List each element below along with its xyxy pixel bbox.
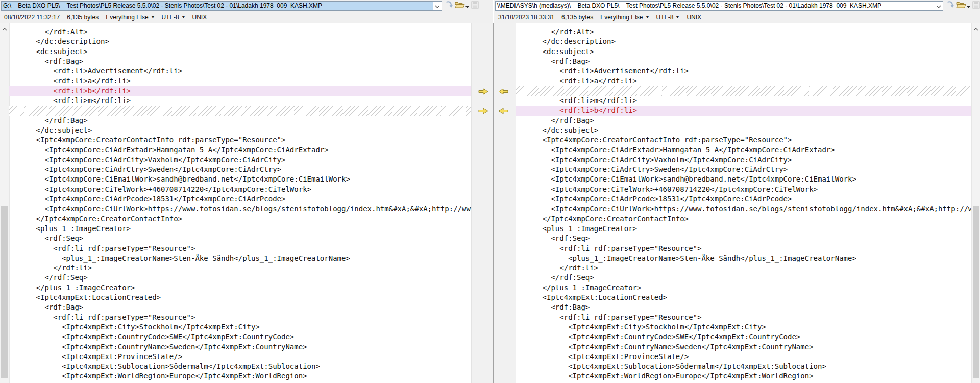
code-line[interactable]: <rdf:Bag>	[9, 57, 472, 66]
code-line[interactable]: </dc:description>	[9, 37, 472, 46]
code-line[interactable]: </rdf:Seq>	[516, 273, 972, 283]
encoding-dropdown[interactable]: UTF-8 ▼	[162, 14, 185, 21]
save-file-button[interactable]	[972, 1, 980, 10]
code-line[interactable]: <Iptc4xmpExt:Sublocation>Södermalm</Iptc…	[516, 362, 972, 371]
code-line[interactable]: <Iptc4xmpCore:CiAdrCity>Vaxholm</Iptc4xm…	[9, 155, 472, 165]
code-line[interactable]: <Iptc4xmpCore:CiUrlWork>https://www.foto…	[9, 204, 472, 214]
format-dropdown[interactable]: Everything Else ▼	[600, 14, 649, 21]
code-line[interactable]: <Iptc4xmpCore:CiAdrExtadr>Hamngatan 5 A<…	[516, 145, 972, 155]
code-line[interactable]: <Iptc4xmpExt:LocationCreated>	[9, 293, 472, 302]
code-line[interactable]: <plus_1_:ImageCreator>	[516, 224, 972, 234]
right-file-path[interactable]: \\MEDIASYS\h (mediasys)\__Beta DXO PL5\_…	[496, 2, 934, 10]
encoding-dropdown[interactable]: UTF-8 ▼	[656, 14, 679, 21]
code-line[interactable]: <rdf:li rdf:parseType="Resource">	[9, 244, 472, 253]
right-scrollbar[interactable]	[971, 23, 980, 383]
scrollbar-thumb[interactable]	[973, 206, 979, 378]
code-line[interactable]: <rdf:li>Advertisement</rdf:li>	[516, 66, 972, 76]
code-line[interactable]: </rdf:Alt>	[9, 27, 472, 37]
save-file-button[interactable]	[471, 1, 479, 10]
code-line[interactable]: </dc:subject>	[9, 125, 472, 135]
scroll-up-button[interactable]	[0, 23, 9, 32]
code-line[interactable]: <Iptc4xmpCore:CiAdrExtadr>Hamngatan 5 A<…	[9, 145, 472, 155]
code-line[interactable]: <Iptc4xmpCore:CiEmailWork>sandh@bredband…	[516, 174, 972, 184]
code-line[interactable]: <rdf:li>b</rdf:li>	[9, 86, 472, 96]
line-ending-dropdown[interactable]: UNIX	[192, 14, 207, 21]
code-line[interactable]: <Iptc4xmpExt:ProvinceState/>	[9, 352, 472, 362]
copy-to-right-button[interactable]	[478, 88, 488, 94]
merge-gutter-right	[494, 23, 516, 383]
code-line[interactable]: </rdf:Alt>	[516, 27, 972, 37]
right-path-dropdown-button[interactable]	[934, 2, 943, 10]
open-file-button[interactable]	[455, 1, 469, 10]
left-path-combobox[interactable]: G:\__Beta DXO PL5\__Test Photos\PL5 Rele…	[1, 1, 442, 11]
code-line[interactable]: <plus_1_:ImageCreator>	[9, 224, 472, 234]
left-scrollbar[interactable]	[0, 23, 10, 383]
code-line[interactable]: <Iptc4xmpExt:CountryName>Sweden</Iptc4xm…	[516, 342, 972, 352]
code-line[interactable]: <Iptc4xmpCore:CiTelWork>+460708714220</I…	[516, 185, 972, 194]
code-line[interactable]: <Iptc4xmpCore:CiTelWork>+460708714220</I…	[9, 185, 472, 194]
code-line[interactable]: <Iptc4xmpExt:ProvinceState/>	[516, 352, 972, 362]
code-line[interactable]: </rdf:Seq>	[9, 273, 472, 283]
code-line[interactable]: <dc:subject>	[516, 47, 972, 57]
format-dropdown[interactable]: Everything Else ▼	[106, 14, 154, 21]
code-line[interactable]: <Iptc4xmpExt:CountryCode>SWE</Iptc4xmpEx…	[516, 332, 972, 342]
open-file-button[interactable]	[956, 1, 970, 10]
code-line[interactable]: </dc:description>	[516, 37, 972, 46]
code-line[interactable]: <rdf:li>Advertisement</rdf:li>	[9, 66, 472, 76]
code-line[interactable]: <Iptc4xmpCore:CiAdrPcode>18531</Iptc4xmp…	[516, 194, 972, 204]
right-path-combobox[interactable]: \\MEDIASYS\h (mediasys)\__Beta DXO PL5\_…	[495, 1, 943, 11]
pane-splitter[interactable]	[493, 23, 494, 383]
code-line[interactable]: <Iptc4xmpExt:CountryName>Sweden</Iptc4xm…	[9, 342, 472, 352]
left-path-dropdown-button[interactable]	[433, 2, 442, 10]
scrollbar-thumb[interactable]	[1, 206, 8, 378]
code-line[interactable]: </rdf:Bag>	[9, 116, 472, 125]
code-line[interactable]: <rdf:Bag>	[516, 57, 972, 66]
line-ending-dropdown[interactable]: UNIX	[687, 14, 701, 21]
code-line[interactable]: </plus_1_:ImageCreator>	[9, 283, 472, 293]
code-line[interactable]: </rdf:li>	[516, 263, 972, 273]
code-line[interactable]: <Iptc4xmpCore:CiAdrPcode>18531</Iptc4xmp…	[9, 194, 472, 204]
code-line[interactable]: <rdf:Bag>	[516, 302, 972, 312]
code-line[interactable]: </Iptc4xmpCore:CreatorContactInfo>	[9, 214, 472, 224]
code-line[interactable]: <Iptc4xmpCore:CreatorContactInfo rdf:par…	[516, 135, 972, 145]
code-line[interactable]: <Iptc4xmpExt:WorldRegion>Europe</Iptc4xm…	[9, 371, 472, 381]
code-line[interactable]: <rdf:li rdf:parseType="Resource">	[516, 244, 972, 253]
code-line[interactable]: <Iptc4xmpCore:CreatorContactInfo rdf:par…	[9, 135, 472, 145]
code-line[interactable]: <Iptc4xmpCore:CiUrlWork>https://www.foto…	[516, 204, 972, 214]
code-line[interactable]: </Iptc4xmpCore:CreatorContactInfo>	[516, 214, 972, 224]
code-line[interactable]: <dc:subject>	[9, 47, 472, 57]
code-line[interactable]: <Iptc4xmpExt:CountryCode>SWE</Iptc4xmpEx…	[9, 332, 472, 342]
code-line[interactable]: <rdf:li>m</rdf:li>	[516, 96, 972, 106]
code-line[interactable]: </dc:subject>	[516, 125, 972, 135]
code-line[interactable]: <Iptc4xmpExt:City>Stockholm</Iptc4xmpExt…	[9, 322, 472, 332]
code-line[interactable]: <rdf:Seq>	[516, 234, 972, 243]
code-line[interactable]: <rdf:li rdf:parseType="Resource">	[516, 313, 972, 322]
code-line[interactable]: <rdf:li rdf:parseType="Resource">	[9, 313, 472, 322]
code-line[interactable]: </rdf:li>	[9, 263, 472, 273]
code-line[interactable]: <Iptc4xmpCore:CiAdrCity>Vaxholm</Iptc4xm…	[516, 155, 972, 165]
code-line[interactable]: <Iptc4xmpCore:CiAdrCtry>Sweden</Iptc4xmp…	[516, 165, 972, 174]
copy-to-right-button[interactable]	[478, 107, 488, 114]
code-line[interactable]: <Iptc4xmpCore:CiAdrCtry>Sweden</Iptc4xmp…	[9, 165, 472, 174]
code-line[interactable]: <rdf:li>a</rdf:li>	[516, 76, 972, 86]
code-line[interactable]: <rdf:li>b</rdf:li>	[516, 106, 972, 115]
code-line[interactable]: <rdf:li>m</rdf:li>	[9, 96, 472, 106]
code-line[interactable]: <Iptc4xmpExt:Sublocation>Södermalm</Iptc…	[9, 362, 472, 371]
copy-to-left-button[interactable]	[498, 88, 508, 94]
code-line[interactable]: <plus_1_:ImageCreatorName>Sten-Åke Sändh…	[516, 253, 972, 263]
code-line[interactable]: <Iptc4xmpExt:City>Stockholm</Iptc4xmpExt…	[516, 322, 972, 332]
scroll-up-button[interactable]	[972, 23, 980, 32]
code-line[interactable]: <rdf:Seq>	[9, 234, 472, 243]
swap-sides-button[interactable]	[445, 1, 453, 10]
code-line[interactable]: </plus_1_:ImageCreator>	[516, 283, 972, 293]
code-line[interactable]: <Iptc4xmpExt:WorldRegion>Europe</Iptc4xm…	[516, 371, 972, 381]
code-line[interactable]: <rdf:li>a</rdf:li>	[9, 76, 472, 86]
code-line[interactable]: <plus_1_:ImageCreatorName>Sten-Åke Sändh…	[9, 253, 472, 263]
left-file-path[interactable]: G:\__Beta DXO PL5\__Test Photos\PL5 Rele…	[2, 2, 433, 10]
swap-sides-button[interactable]	[946, 1, 954, 10]
code-line[interactable]: <Iptc4xmpExt:LocationCreated>	[516, 293, 972, 302]
code-line[interactable]: <rdf:Bag>	[9, 302, 472, 312]
code-line[interactable]: <Iptc4xmpCore:CiEmailWork>sandh@bredband…	[9, 174, 472, 184]
code-line[interactable]: </rdf:Bag>	[516, 116, 972, 125]
copy-to-left-button[interactable]	[498, 107, 508, 114]
